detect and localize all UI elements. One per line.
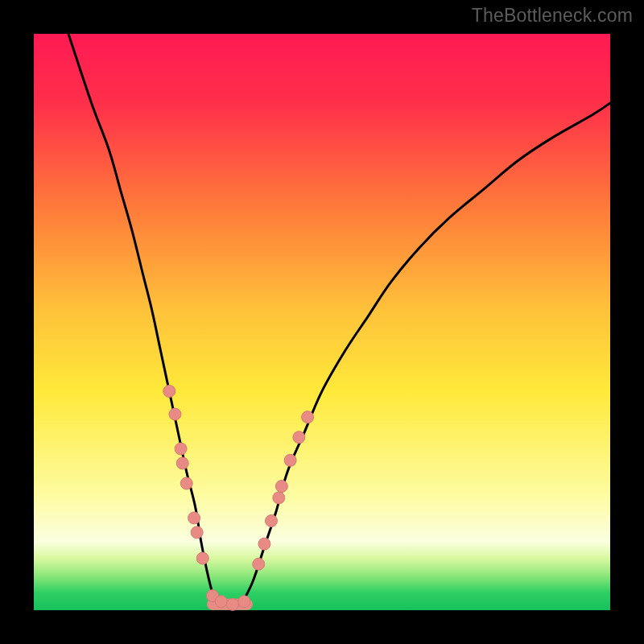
- data-dot: [284, 454, 296, 466]
- data-dot: [293, 431, 305, 444]
- data-dot: [180, 477, 192, 489]
- data-dot: [265, 515, 277, 527]
- data-dot: [273, 492, 285, 504]
- data-dot: [253, 558, 265, 570]
- data-dot: [176, 457, 188, 469]
- data-dot: [258, 538, 270, 550]
- data-dot: [302, 411, 314, 423]
- data-dot: [191, 526, 203, 539]
- chart-frame: TheBottleneck.com: [0, 0, 644, 644]
- data-dot: [238, 596, 250, 608]
- chart-svg: [0, 0, 644, 644]
- data-dot: [196, 552, 208, 564]
- curve-right-curve: [242, 103, 610, 605]
- data-dot: [169, 408, 181, 420]
- data-dot: [163, 385, 175, 397]
- watermark-label: TheBottleneck.com: [472, 5, 633, 27]
- data-dot: [275, 481, 287, 493]
- data-dot: [175, 443, 187, 455]
- data-dot: [215, 596, 227, 608]
- data-dot: [188, 512, 200, 524]
- data-dot: [227, 598, 239, 610]
